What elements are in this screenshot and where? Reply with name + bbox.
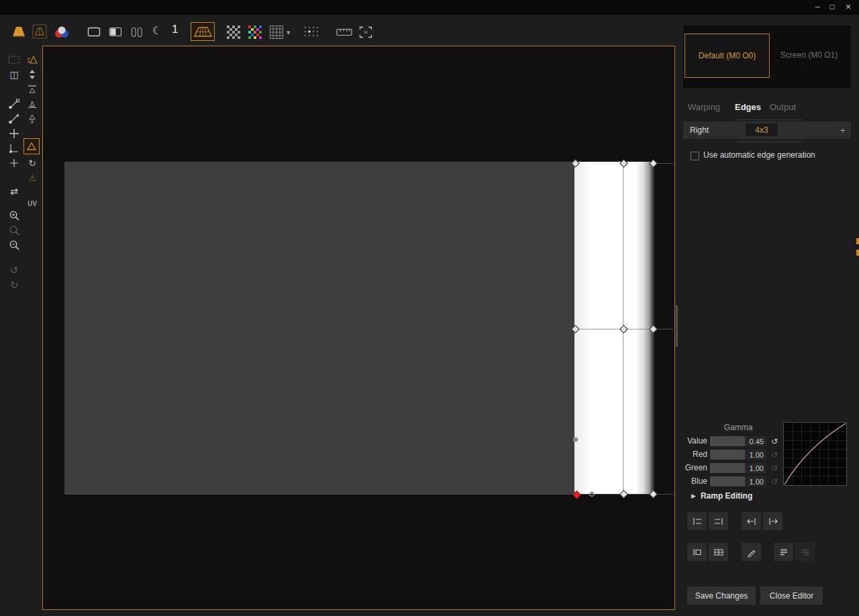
warning-icon: ⚠	[25, 171, 40, 185]
rgb-channels-icon[interactable]	[53, 25, 70, 40]
split-view-icon[interactable]: ◫	[7, 68, 21, 81]
rotate-point-icon[interactable]: ↻	[25, 156, 40, 170]
ramp-editing-label: Ramp Editing	[701, 491, 752, 501]
crosshair-move-icon[interactable]	[7, 127, 21, 140]
display-icon[interactable]	[87, 26, 101, 38]
zoom-in-icon[interactable]	[7, 209, 21, 222]
warp-canvas[interactable]	[42, 46, 675, 610]
ramp-extend-left-button[interactable]	[687, 543, 707, 561]
tab-edges[interactable]: Edges	[735, 102, 761, 112]
ramp-align-left-button[interactable]	[687, 512, 707, 530]
gamma-value-reset-icon[interactable]: ↺	[770, 436, 779, 446]
mesh-bottom-line	[64, 494, 673, 495]
mesh-horizontal-line	[574, 329, 655, 329]
point-drop-icon[interactable]	[25, 112, 40, 125]
dual-bars-icon[interactable]	[130, 26, 144, 38]
half-split-display-icon[interactable]	[109, 26, 122, 38]
test-pattern-checker-icon[interactable]	[227, 25, 240, 39]
surface-align-icon[interactable]	[25, 53, 40, 66]
blend-zone-inner	[574, 162, 623, 494]
gamma-red-reset-icon[interactable]: ↺	[770, 450, 779, 460]
main-toolbar: ☾ 1 ▾	[0, 15, 678, 46]
gamma-green-input[interactable]: 1.00	[710, 463, 766, 473]
warp-mesh-icon[interactable]	[191, 22, 215, 41]
distribute-vertical-icon[interactable]	[25, 68, 40, 81]
edit-pencil-button[interactable]	[742, 543, 761, 561]
zoom-out-icon[interactable]	[7, 238, 21, 252]
undo-icon[interactable]: ↺	[7, 264, 21, 277]
redo-icon[interactable]: ↻	[7, 278, 21, 292]
display-number-icon[interactable]: 1	[172, 23, 178, 36]
gamma-title: Gamma	[710, 423, 766, 432]
auto-edge-label: Use automatic edge generation	[703, 150, 815, 160]
night-mode-icon[interactable]: ☾	[152, 24, 162, 37]
projection-surface	[64, 162, 574, 494]
corner-vertex-icon[interactable]	[7, 142, 21, 155]
ruler-icon[interactable]	[336, 28, 352, 36]
edge-editor-panel: Default (M0 O0) Screen (M0 O1) Warping E…	[678, 15, 859, 616]
gamma-value-number: 0.45	[750, 436, 764, 446]
projection-screen-alt-icon[interactable]	[32, 24, 47, 39]
uv-mode-icon[interactable]: UV	[25, 197, 40, 210]
save-changes-button[interactable]: Save Changes	[687, 586, 756, 605]
tab-default-profile[interactable]: Default (M0 O0)	[685, 34, 770, 78]
ramp-list-button[interactable]	[774, 543, 793, 561]
maximize-button[interactable]: □	[825, 0, 839, 13]
pattern-dropdown-icon[interactable]: ▾	[287, 28, 291, 37]
gamma-value-input[interactable]: 0.45	[710, 436, 766, 446]
projection-screen-icon[interactable]	[11, 24, 27, 39]
gamma-blue-input[interactable]: 1.00	[710, 476, 766, 486]
test-pattern-dots-icon[interactable]	[303, 25, 318, 39]
gamma-red-number: 1.00	[750, 450, 764, 460]
gamma-red-label: Red	[678, 450, 707, 460]
ramp-shift-left-button[interactable]	[742, 512, 761, 530]
minimize-button[interactable]: –	[811, 0, 824, 13]
gamma-curve-line	[785, 423, 846, 484]
align-points-middle-icon[interactable]	[25, 97, 40, 111]
swap-icon[interactable]: ⇄	[7, 185, 21, 198]
vertex-edit-icon[interactable]	[7, 97, 21, 111]
edge-resolution-value[interactable]: 4x3	[746, 123, 778, 136]
gamma-blue-reset-icon[interactable]: ↺	[770, 476, 779, 486]
tab-output[interactable]: Output	[770, 102, 796, 112]
add-edge-icon[interactable]: +	[840, 121, 846, 139]
ramp-list-alt-button	[795, 543, 815, 561]
gamma-green-reset-icon[interactable]: ↺	[770, 463, 779, 473]
edge-row[interactable]: Right 4x3 +	[683, 121, 851, 139]
divider	[737, 119, 804, 120]
ramp-shift-right-button[interactable]	[763, 512, 782, 530]
gamma-blue-number: 1.00	[750, 476, 764, 486]
zoom-fit-icon[interactable]	[7, 223, 21, 237]
tab-screen-profile[interactable]: Screen (M0 O1)	[770, 34, 848, 76]
gamma-blue-label: Blue	[678, 476, 707, 486]
expand-arrow-icon[interactable]: ▶	[691, 493, 696, 499]
mesh-subpoint-bottom[interactable]	[589, 491, 595, 497]
profile-tabs: Default (M0 O0) Screen (M0 O1)	[683, 25, 851, 88]
vertex-add-icon[interactable]	[7, 112, 21, 125]
title-bar: – □ ×	[0, 0, 859, 15]
add-point-icon[interactable]	[7, 156, 21, 170]
auto-edge-checkbox[interactable]	[691, 152, 699, 160]
gamma-value-label: Value	[678, 436, 707, 446]
tab-warping[interactable]: Warping	[688, 102, 720, 112]
ramp-align-right-button[interactable]	[709, 512, 728, 530]
align-points-top-icon[interactable]	[25, 83, 40, 96]
triangle-tool-selected-icon[interactable]	[23, 138, 40, 154]
mesh-subpoint-left[interactable]	[573, 437, 578, 442]
test-pattern-grid-icon[interactable]	[270, 25, 283, 39]
edit-tools-toolbar: ◫ ↻ ⚠ ⇄ UV ↺ ↻	[0, 44, 42, 326]
divider	[737, 142, 804, 142]
gamma-curve-graph	[783, 422, 847, 486]
gamma-green-number: 1.00	[750, 463, 764, 473]
gamma-red-input[interactable]: 1.00	[710, 450, 766, 460]
close-editor-button[interactable]: Close Editor	[760, 586, 823, 605]
gamma-green-label: Green	[678, 463, 707, 473]
panel-edge-marker	[856, 250, 859, 256]
ramp-editing-header[interactable]: ▶ Ramp Editing	[691, 491, 752, 501]
test-pattern-color-icon[interactable]	[248, 25, 262, 39]
panel-edge-marker	[856, 238, 859, 244]
marquee-select-icon[interactable]	[7, 53, 21, 66]
ramp-grid-button[interactable]	[709, 543, 728, 561]
transform-bounds-icon[interactable]	[358, 25, 373, 39]
close-button[interactable]: ×	[842, 0, 855, 13]
